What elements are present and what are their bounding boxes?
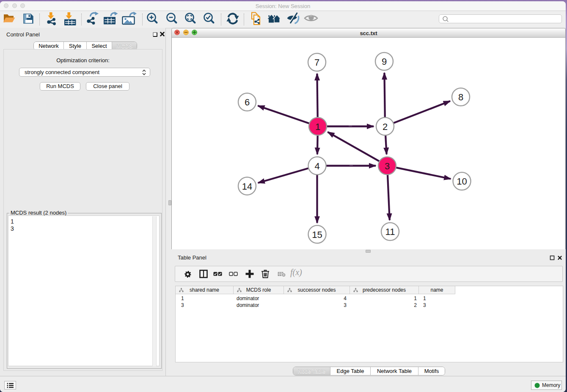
svg-text:2: 2: [383, 121, 388, 132]
svg-text:11: 11: [385, 226, 395, 237]
svg-text:8: 8: [458, 92, 463, 102]
svg-text:10: 10: [457, 176, 467, 187]
svg-text:4: 4: [314, 161, 319, 171]
svg-text:9: 9: [382, 56, 387, 67]
svg-text:1: 1: [315, 121, 320, 132]
svg-text:14: 14: [242, 181, 252, 192]
svg-text:6: 6: [245, 97, 250, 108]
svg-text:3: 3: [385, 161, 390, 171]
svg-text:15: 15: [312, 229, 322, 240]
svg-text:7: 7: [314, 57, 319, 68]
